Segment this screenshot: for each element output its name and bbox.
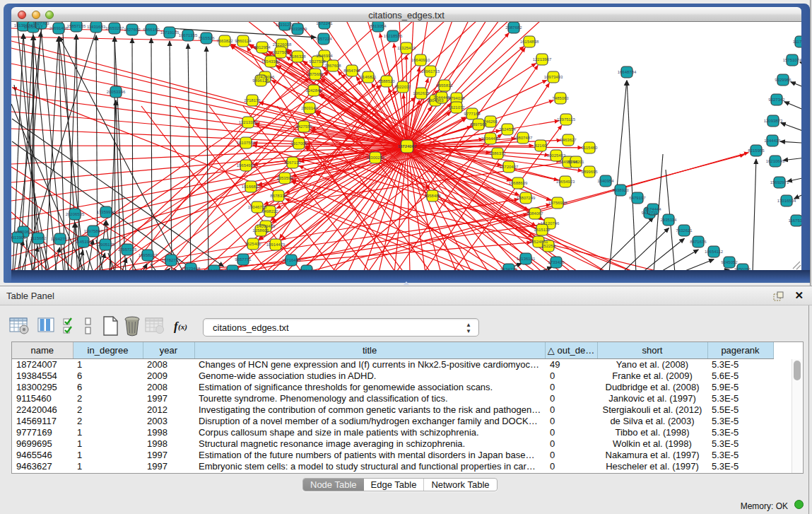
svg-text:12975115: 12975115 (557, 117, 576, 122)
svg-text:18724007: 18724007 (398, 144, 417, 148)
svg-text:1115682: 1115682 (30, 236, 47, 240)
svg-text:7386372: 7386372 (489, 151, 506, 156)
svg-text:19654935: 19654935 (237, 163, 256, 168)
svg-text:2867608: 2867608 (324, 64, 341, 68)
svg-text:7485063: 7485063 (552, 96, 569, 100)
svg-text:16154838: 16154838 (520, 40, 539, 44)
svg-text:9115460: 9115460 (582, 146, 599, 150)
svg-text:1615132: 1615132 (534, 228, 551, 232)
svg-text:8938923: 8938923 (612, 188, 629, 192)
svg-text:16961715: 16961715 (421, 69, 440, 74)
svg-text:9860124: 9860124 (235, 39, 252, 43)
svg-text:9245052: 9245052 (721, 260, 738, 264)
svg-text:19975887: 19975887 (84, 229, 103, 233)
svg-text:62160: 62160 (535, 144, 547, 148)
svg-text:9327500: 9327500 (272, 50, 289, 54)
svg-text:1958480: 1958480 (424, 194, 441, 198)
svg-text:10025453: 10025453 (547, 153, 566, 158)
svg-text:11431683: 11431683 (87, 25, 106, 29)
svg-text:6897568: 6897568 (470, 122, 487, 127)
svg-text:7632621: 7632621 (676, 228, 693, 233)
svg-text:1572241: 1572241 (316, 22, 333, 25)
svg-text:17016504: 17016504 (777, 199, 796, 203)
svg-text:16648784: 16648784 (618, 70, 637, 74)
svg-text:7625402: 7625402 (245, 242, 261, 246)
svg-text:10958107: 10958107 (139, 253, 158, 257)
svg-text:10688609: 10688609 (509, 181, 528, 185)
svg-text:16640910: 16640910 (411, 58, 430, 62)
svg-text:12213389: 12213389 (239, 120, 258, 124)
svg-text:1527602: 1527602 (124, 28, 141, 32)
svg-text:16210643: 16210643 (766, 159, 785, 163)
svg-text:16543362: 16543362 (261, 59, 281, 64)
svg-text:1353594: 1353594 (276, 176, 293, 180)
svg-text:15751074: 15751074 (783, 58, 801, 62)
svg-text:2935114: 2935114 (661, 218, 678, 222)
svg-text:20364436: 20364436 (481, 136, 500, 141)
svg-text:2087682: 2087682 (505, 25, 522, 30)
svg-text:16923448: 16923448 (182, 267, 201, 270)
svg-text:6479197: 6479197 (629, 196, 646, 200)
svg-text:1362615: 1362615 (413, 91, 430, 95)
svg-text:9144201: 9144201 (567, 160, 584, 164)
svg-text:3875685: 3875685 (307, 72, 324, 76)
svg-text:10914479: 10914479 (266, 243, 286, 247)
svg-text:9084067: 9084067 (526, 211, 543, 216)
svg-text:1927703: 1927703 (33, 22, 49, 25)
svg-text:1621072: 1621072 (448, 105, 465, 110)
svg-text:1145194: 1145194 (76, 240, 93, 244)
svg-text:1258601: 1258601 (252, 228, 269, 233)
svg-text:7690101: 7690101 (298, 269, 315, 270)
svg-text:9327508: 9327508 (309, 59, 326, 64)
svg-text:2803144: 2803144 (301, 106, 318, 110)
svg-text:12942757: 12942757 (51, 237, 70, 241)
svg-text:8678332: 8678332 (270, 194, 287, 198)
svg-text:6955812: 6955812 (436, 83, 453, 88)
svg-text:9242845: 9242845 (305, 88, 322, 93)
svg-text:15300255: 15300255 (366, 156, 385, 160)
svg-text:6466160: 6466160 (143, 28, 160, 32)
svg-text:9777169: 9777169 (464, 112, 481, 116)
svg-text:9227342: 9227342 (768, 98, 785, 102)
svg-text:9463627: 9463627 (560, 138, 577, 142)
svg-text:8322037: 8322037 (394, 85, 411, 89)
svg-text:7663822: 7663822 (216, 39, 233, 43)
svg-text:1546994: 1546994 (316, 54, 333, 58)
svg-text:1485061: 1485061 (15, 230, 32, 234)
svg-text:1117203: 1117203 (793, 40, 801, 44)
svg-text:1181215: 1181215 (225, 269, 242, 270)
svg-text:9146821: 9146821 (360, 75, 377, 79)
svg-text:16107552: 16107552 (237, 141, 256, 145)
svg-text:18807249: 18807249 (517, 196, 536, 200)
svg-text:15692971: 15692971 (770, 180, 789, 185)
svg-text:8215955: 8215955 (748, 148, 765, 153)
svg-text:2718176: 2718176 (244, 98, 261, 103)
svg-text:10807487: 10807487 (514, 136, 533, 140)
svg-text:1588520: 1588520 (378, 79, 395, 83)
svg-text:9350291: 9350291 (734, 267, 751, 270)
svg-text:8912954: 8912954 (254, 45, 271, 49)
svg-text:15857155: 15857155 (67, 24, 86, 28)
svg-text:9899695: 9899695 (581, 170, 598, 174)
svg-text:8186328: 8186328 (289, 54, 306, 59)
svg-text:8267130: 8267130 (284, 160, 301, 165)
svg-text:23226058: 23226058 (273, 42, 292, 47)
svg-text:1640954: 1640954 (597, 179, 614, 183)
svg-text:16033809: 16033809 (288, 27, 307, 31)
svg-text:8813054: 8813054 (370, 24, 387, 28)
svg-text:8471676: 8471676 (690, 240, 707, 244)
svg-text:10654112: 10654112 (705, 250, 724, 254)
svg-text:7357224: 7357224 (315, 37, 332, 41)
svg-text:17957225: 17957225 (118, 247, 137, 252)
svg-text:10653257: 10653257 (105, 26, 124, 30)
svg-text:16120746: 16120746 (541, 221, 560, 226)
svg-text:12093873: 12093873 (764, 119, 783, 123)
svg-text:8454749: 8454749 (343, 69, 360, 73)
svg-text:1917006: 1917006 (290, 141, 307, 146)
svg-text:9134222: 9134222 (500, 267, 517, 270)
svg-text:15716485: 15716485 (282, 258, 301, 262)
svg-text:9896125: 9896125 (252, 78, 269, 83)
svg-text:15720407: 15720407 (500, 165, 519, 169)
svg-text:20691406: 20691406 (49, 26, 69, 30)
svg-text:3498222: 3498222 (261, 209, 278, 214)
